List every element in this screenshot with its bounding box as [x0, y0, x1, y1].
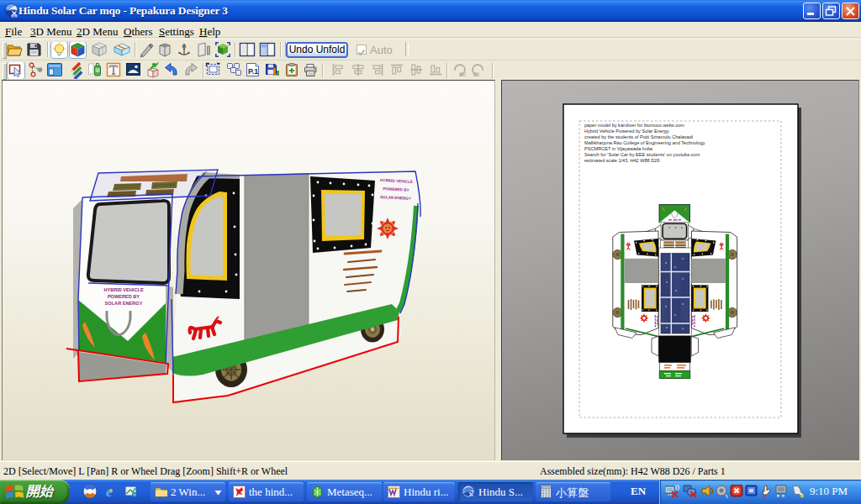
svg-text:POWERED BY: POWERED BY [108, 294, 140, 299]
svg-text:PSCMRCET in Vijayawada India: PSCMRCET in Vijayawada India [584, 146, 653, 151]
svg-text:Hybrid Vehicle Powered by Sola: Hybrid Vehicle Powered by Solar Energy [584, 129, 669, 134]
svg-text:estimated scale 1/43. H42 W88: estimated scale 1/43. H42 W88 D26 [584, 158, 660, 163]
svg-text:P.1: P.1 [248, 67, 258, 76]
svg-text:90: 90 [459, 71, 466, 78]
svg-text:SOLAR ENERGY: SOLAR ENERGY [105, 301, 143, 306]
svg-text:created by the students of Pot: created by the students of Potti Sriramu… [584, 134, 693, 139]
svg-text:paper model by karoliver for b: paper model by karoliver for biomooc.web… [584, 123, 684, 128]
svg-text:90: 90 [473, 71, 479, 78]
svg-text:Search for 'Solar Car by EEE s: Search for 'Solar Car by EEE students' o… [584, 152, 700, 157]
svg-text:HYBRID VEHICLE: HYBRID VEHICLE [103, 287, 144, 292]
svg-text:Mallikharjuna Rao College of E: Mallikharjuna Rao College of Engineering… [584, 140, 705, 145]
